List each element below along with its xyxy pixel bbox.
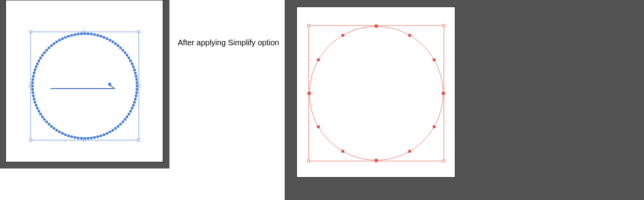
svg-rect-70: [46, 49, 48, 51]
svg-rect-19: [124, 119, 126, 120]
caption-text: After applying Simplify option: [178, 37, 280, 48]
svg-rect-46: [46, 121, 48, 123]
svg-rect-18: [126, 116, 128, 118]
svg-rect-102: [132, 66, 134, 68]
svg-rect-123: [342, 150, 344, 152]
svg-rect-71: [48, 47, 50, 49]
svg-rect-121: [408, 150, 411, 152]
svg-rect-87: [97, 34, 99, 36]
svg-rect-40: [61, 132, 63, 134]
svg-rect-23: [114, 128, 116, 130]
svg-rect-52: [35, 104, 37, 106]
svg-rect-64: [35, 66, 37, 68]
svg-rect-29: [97, 136, 99, 138]
svg-rect-90: [106, 38, 108, 40]
svg-rect-9: [136, 88, 138, 90]
svg-rect-35: [77, 137, 79, 139]
svg-rect-83: [84, 33, 86, 35]
svg-rect-34: [81, 137, 83, 139]
svg-rect-27: [103, 134, 105, 136]
svg-rect-100: [130, 60, 132, 62]
svg-rect-50: [38, 110, 40, 112]
svg-rect-26: [106, 132, 108, 134]
svg-rect-14: [132, 104, 134, 106]
svg-rect-120: [433, 126, 435, 128]
svg-rect-31: [90, 137, 92, 139]
svg-rect-84: [87, 33, 89, 35]
svg-rect-44: [50, 126, 52, 128]
sparse-anchor-points: [308, 25, 444, 161]
svg-rect-127: [342, 34, 344, 37]
svg-rect-110: [443, 24, 445, 27]
svg-rect-88: [100, 35, 102, 37]
svg-rect-93: [114, 43, 116, 44]
bbox-handles: [29, 31, 140, 141]
svg-rect-89: [103, 36, 105, 38]
svg-rect-10: [136, 92, 138, 94]
svg-rect-78: [68, 35, 70, 37]
svg-rect-22: [117, 126, 119, 128]
svg-rect-81: [77, 33, 79, 35]
svg-rect-38: [68, 135, 70, 137]
svg-rect-108: [307, 24, 310, 27]
svg-rect-45: [48, 123, 50, 125]
svg-rect-5: [29, 139, 32, 141]
svg-rect-69: [44, 52, 46, 54]
svg-rect-15: [131, 107, 133, 109]
bbox-handles: [307, 24, 445, 162]
svg-rect-25: [109, 131, 111, 133]
svg-rect-125: [308, 92, 311, 94]
svg-rect-49: [40, 113, 42, 115]
svg-rect-94: [117, 45, 119, 47]
dense-circle-path[interactable]: [33, 34, 137, 139]
svg-rect-53: [34, 101, 36, 103]
svg-rect-17: [128, 113, 130, 115]
right-artwork-svg: [297, 7, 455, 177]
svg-rect-56: [32, 92, 34, 94]
svg-rect-65: [37, 63, 39, 65]
svg-rect-32: [87, 137, 89, 139]
svg-rect-72: [50, 45, 52, 47]
svg-rect-20: [122, 121, 124, 123]
svg-rect-12: [134, 98, 136, 100]
svg-rect-75: [59, 39, 61, 41]
svg-rect-76: [61, 38, 63, 40]
svg-rect-63: [34, 69, 36, 71]
svg-rect-98: [126, 54, 128, 56]
svg-rect-97: [124, 52, 126, 54]
right-artboard[interactable]: [296, 7, 455, 178]
svg-rect-36: [74, 137, 76, 139]
svg-rect-92: [112, 41, 114, 43]
svg-rect-66: [38, 60, 40, 62]
svg-rect-61: [32, 75, 34, 77]
right-workspace: Simplify Simplify Path Curve Precision: …: [285, 0, 644, 200]
root: { "caption": "After applying Simplify op…: [0, 0, 644, 200]
simplified-circle-path[interactable]: [309, 26, 443, 160]
svg-rect-2: [138, 31, 140, 33]
svg-rect-16: [130, 110, 132, 112]
svg-rect-99: [128, 57, 130, 59]
svg-rect-30: [94, 137, 96, 139]
svg-rect-51: [37, 107, 39, 109]
svg-rect-116: [375, 25, 377, 28]
svg-rect-58: [31, 85, 33, 87]
svg-rect-107: [136, 82, 138, 84]
svg-rect-43: [53, 128, 55, 130]
svg-rect-124: [317, 126, 320, 128]
svg-rect-24: [112, 129, 114, 131]
svg-rect-37: [71, 136, 73, 138]
svg-rect-39: [64, 134, 66, 136]
svg-rect-119: [442, 92, 444, 94]
left-workspace: [0, 0, 169, 169]
svg-rect-62: [33, 72, 35, 74]
svg-rect-60: [32, 78, 34, 80]
svg-rect-28: [100, 135, 102, 137]
svg-rect-57: [31, 88, 33, 90]
svg-rect-41: [59, 131, 61, 133]
svg-rect-95: [120, 47, 121, 49]
svg-rect-13: [134, 101, 136, 103]
left-artboard[interactable]: [6, 0, 163, 162]
svg-rect-91: [109, 39, 111, 41]
svg-rect-106: [136, 78, 138, 80]
svg-rect-113: [307, 160, 310, 162]
